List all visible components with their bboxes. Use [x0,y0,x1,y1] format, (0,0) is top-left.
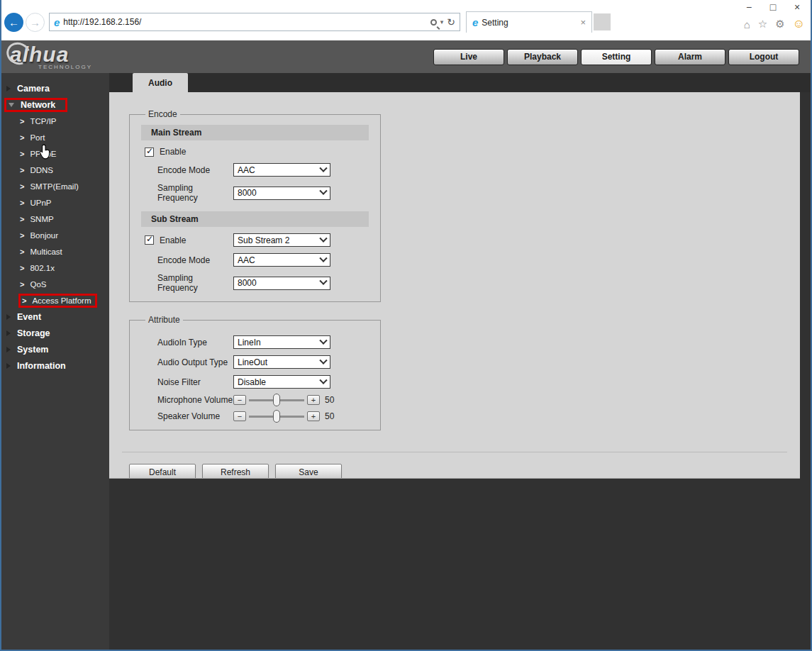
new-tab-button[interactable] [594,13,611,30]
sidebar-item-tcpip[interactable]: > TCP/IP [1,113,109,129]
sidebar-item-storage[interactable]: Storage [1,325,109,341]
sidebar-item-label: SNMP [30,215,53,223]
sidebar-item-system[interactable]: System [1,341,109,357]
minus-button[interactable]: − [233,395,246,405]
sidebar-item-label: Network [21,100,55,110]
chevron-down-icon [319,376,327,384]
sidebar-item-port[interactable]: > Port [1,129,109,145]
sidebar-item-event[interactable]: Event [1,308,109,325]
speaker-volume-slider: − + 50 [233,411,334,421]
search-icon[interactable] [430,19,437,26]
sub-stream-enable-checkbox[interactable]: ✓ [145,235,154,245]
sidebar-item-multicast[interactable]: > Multicast [1,243,109,260]
smiley-feedback-icon[interactable]: ☺ [793,17,805,31]
main-sampling-select[interactable]: 8000 [233,187,330,200]
address-bar[interactable]: e http://192.168.2.156/ ▾ ↻ [49,13,460,31]
logo-subtext: TECHNOLOGY [38,64,152,70]
encode-mode-label: Encode Mode [157,165,233,175]
slider-thumb[interactable] [273,410,280,423]
browser-tab[interactable]: e Setting × [466,11,592,33]
audio-output-type-row: Audio Output Type LineOut [141,355,369,369]
triangle-right-icon [6,363,11,369]
sidebar-item-snmp[interactable]: > SNMP [1,211,109,227]
sidebar-item-label: Storage [17,328,50,338]
default-button[interactable]: Default [129,464,196,479]
sub-sampling-row: Sampling Frequency 8000 [141,273,369,293]
chevron-down-icon [319,187,327,195]
nav-live-button[interactable]: Live [433,49,504,65]
slider-track[interactable] [249,416,304,418]
tab-title: Setting [482,18,579,28]
sub-sampling-select[interactable]: 8000 [233,277,330,290]
plus-button[interactable]: + [307,395,320,405]
chevron-right-icon: > [20,166,24,174]
sidebar-item-label: SMTP(Email) [30,182,78,191]
nav-logout-button[interactable]: Logout [728,49,799,65]
sub-encode-mode-select[interactable]: AAC [233,253,330,267]
audio-output-type-select[interactable]: LineOut [233,355,330,369]
ie-icon: e [54,16,60,28]
sub-encode-mode-row: Encode Mode AAC [141,253,369,267]
refresh-icon[interactable]: ↻ [447,16,455,28]
chevron-right-icon: > [20,150,24,158]
triangle-right-icon [6,86,11,91]
select-value: AAC [238,165,321,175]
tab-close-icon[interactable]: × [579,17,587,28]
attribute-section: Attribute AudioIn Type LineIn Audio Outp… [129,315,381,430]
favorites-star-icon[interactable]: ☆ [758,18,767,30]
sidebar-item-label: UPnP [30,199,51,207]
audioin-type-select[interactable]: LineIn [233,335,330,349]
main-encode-mode-row: Encode Mode AAC [141,163,369,177]
slider-thumb[interactable] [273,394,280,406]
slider-track[interactable] [249,399,304,401]
sub-stream-enable-row: ✓ Enable Sub Stream 2 [141,233,369,247]
main-area: Audio Encode Main Stream ✓ Enable Encode… [109,73,811,650]
triangle-down-icon [9,103,14,107]
audioin-type-label: AudioIn Type [157,338,233,347]
chevron-down-icon [319,277,327,285]
chevron-right-icon: > [20,182,24,191]
refresh-button[interactable]: Refresh [202,464,269,479]
main-nav: Live Playback Setting Alarm Logout [433,49,799,65]
sidebar-item-network[interactable]: Network [1,96,109,113]
nav-setting-button[interactable]: Setting [581,49,652,65]
app-header: alhua TECHNOLOGY Live Playback Setting A… [1,40,811,73]
minus-button[interactable]: − [233,411,246,421]
main-encode-mode-select[interactable]: AAC [233,163,330,177]
sidebar-item-smtp[interactable]: > SMTP(Email) [1,178,109,194]
sidebar-item-8021x[interactable]: > 802.1x [1,260,109,276]
sidebar-item-camera[interactable]: Camera [1,80,109,96]
triangle-right-icon [6,347,11,352]
chevron-down-icon [319,356,327,364]
nav-alarm-button[interactable]: Alarm [655,49,725,65]
sidebar-item-bonjour[interactable]: > Bonjour [1,227,109,243]
plus-button[interactable]: + [307,411,320,421]
url-text[interactable]: http://192.168.2.156/ [63,17,430,27]
sidebar-item-qos[interactable]: > QoS [1,276,109,292]
browser-toolbar-icons: ⌂ ☆ ⚙ ☺ [744,17,805,31]
back-button[interactable]: ← [4,13,23,32]
search-caret-icon[interactable]: ▾ [440,18,444,26]
sidebar-item-information[interactable]: Information [1,357,109,374]
select-value: LineIn [238,338,321,347]
speaker-volume-value: 50 [325,411,334,421]
action-buttons: Default Refresh Save [129,464,800,479]
main-stream-enable-checkbox[interactable]: ✓ [145,148,154,157]
tab-audio[interactable]: Audio [133,73,188,92]
sidebar-item-pppoe[interactable]: > PPPoE [1,145,109,162]
gear-icon[interactable]: ⚙ [775,18,784,30]
attribute-legend: Attribute [145,315,183,325]
save-button[interactable]: Save [275,464,342,479]
enable-row-left: ✓ Enable [145,147,233,157]
sidebar-item-upnp[interactable]: > UPnP [1,194,109,211]
back-icon: ← [9,16,19,28]
chevron-down-icon [319,336,327,344]
sidebar-item-access-platform[interactable]: > Access Platform [1,292,109,308]
forward-button[interactable]: → [26,13,45,32]
address-tools: ▾ ↻ [430,16,457,28]
sub-stream-select[interactable]: Sub Stream 2 [233,233,330,247]
noise-filter-select[interactable]: Disable [233,375,330,389]
home-icon[interactable]: ⌂ [744,18,750,30]
sidebar-item-ddns[interactable]: > DDNS [1,162,109,178]
nav-playback-button[interactable]: Playback [507,49,578,65]
